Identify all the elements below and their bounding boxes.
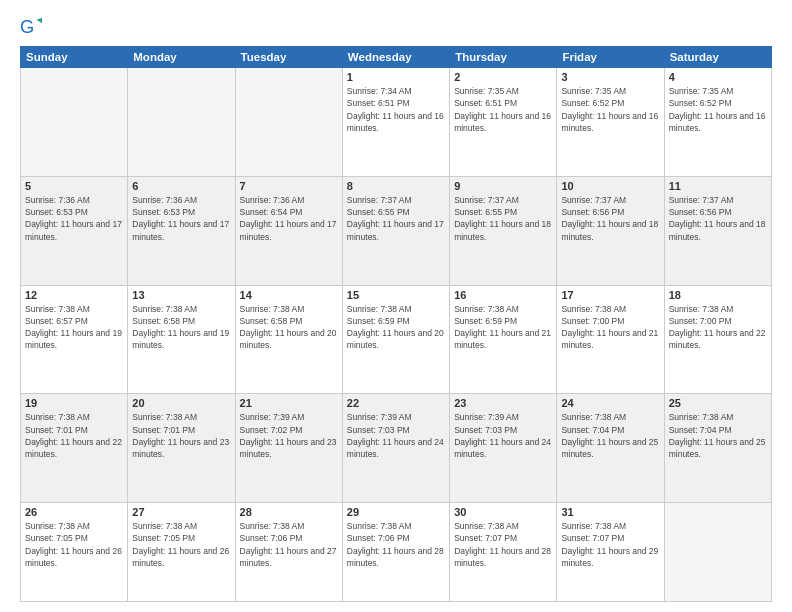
day-info: Sunrise: 7:35 AM Sunset: 6:52 PM Dayligh…	[669, 85, 767, 134]
calendar-header-row: SundayMondayTuesdayWednesdayThursdayFrid…	[21, 47, 772, 68]
calendar-day-cell: 14Sunrise: 7:38 AM Sunset: 6:58 PM Dayli…	[235, 285, 342, 394]
day-info: Sunrise: 7:38 AM Sunset: 7:01 PM Dayligh…	[132, 411, 230, 460]
day-number: 14	[240, 289, 338, 301]
calendar-day-cell: 25Sunrise: 7:38 AM Sunset: 7:04 PM Dayli…	[664, 394, 771, 503]
day-info: Sunrise: 7:38 AM Sunset: 7:07 PM Dayligh…	[454, 520, 552, 569]
calendar-header-tuesday: Tuesday	[235, 47, 342, 68]
calendar-day-cell: 16Sunrise: 7:38 AM Sunset: 6:59 PM Dayli…	[450, 285, 557, 394]
day-info: Sunrise: 7:38 AM Sunset: 6:59 PM Dayligh…	[347, 303, 445, 352]
day-number: 15	[347, 289, 445, 301]
day-number: 13	[132, 289, 230, 301]
calendar-day-cell: 10Sunrise: 7:37 AM Sunset: 6:56 PM Dayli…	[557, 176, 664, 285]
day-info: Sunrise: 7:38 AM Sunset: 7:05 PM Dayligh…	[25, 520, 123, 569]
day-number: 28	[240, 506, 338, 518]
day-number: 9	[454, 180, 552, 192]
day-info: Sunrise: 7:37 AM Sunset: 6:55 PM Dayligh…	[347, 194, 445, 243]
day-number: 17	[561, 289, 659, 301]
calendar-day-cell: 6Sunrise: 7:36 AM Sunset: 6:53 PM Daylig…	[128, 176, 235, 285]
day-info: Sunrise: 7:38 AM Sunset: 7:01 PM Dayligh…	[25, 411, 123, 460]
calendar-day-cell: 23Sunrise: 7:39 AM Sunset: 7:03 PM Dayli…	[450, 394, 557, 503]
calendar-day-cell	[664, 503, 771, 602]
day-number: 4	[669, 71, 767, 83]
calendar-week-row: 19Sunrise: 7:38 AM Sunset: 7:01 PM Dayli…	[21, 394, 772, 503]
calendar-day-cell: 2Sunrise: 7:35 AM Sunset: 6:51 PM Daylig…	[450, 68, 557, 177]
calendar-header-sunday: Sunday	[21, 47, 128, 68]
day-info: Sunrise: 7:39 AM Sunset: 7:03 PM Dayligh…	[347, 411, 445, 460]
calendar-day-cell	[21, 68, 128, 177]
calendar-day-cell: 1Sunrise: 7:34 AM Sunset: 6:51 PM Daylig…	[342, 68, 449, 177]
calendar-day-cell: 11Sunrise: 7:37 AM Sunset: 6:56 PM Dayli…	[664, 176, 771, 285]
day-info: Sunrise: 7:38 AM Sunset: 7:05 PM Dayligh…	[132, 520, 230, 569]
day-info: Sunrise: 7:36 AM Sunset: 6:53 PM Dayligh…	[132, 194, 230, 243]
calendar-day-cell	[235, 68, 342, 177]
calendar-day-cell: 28Sunrise: 7:38 AM Sunset: 7:06 PM Dayli…	[235, 503, 342, 602]
day-info: Sunrise: 7:38 AM Sunset: 7:04 PM Dayligh…	[669, 411, 767, 460]
calendar-day-cell: 7Sunrise: 7:36 AM Sunset: 6:54 PM Daylig…	[235, 176, 342, 285]
day-number: 23	[454, 397, 552, 409]
calendar-day-cell: 13Sunrise: 7:38 AM Sunset: 6:58 PM Dayli…	[128, 285, 235, 394]
day-info: Sunrise: 7:38 AM Sunset: 6:59 PM Dayligh…	[454, 303, 552, 352]
calendar-day-cell: 21Sunrise: 7:39 AM Sunset: 7:02 PM Dayli…	[235, 394, 342, 503]
calendar-day-cell: 17Sunrise: 7:38 AM Sunset: 7:00 PM Dayli…	[557, 285, 664, 394]
day-number: 5	[25, 180, 123, 192]
day-number: 27	[132, 506, 230, 518]
day-number: 18	[669, 289, 767, 301]
calendar-week-row: 5Sunrise: 7:36 AM Sunset: 6:53 PM Daylig…	[21, 176, 772, 285]
day-number: 25	[669, 397, 767, 409]
calendar-day-cell	[128, 68, 235, 177]
day-number: 6	[132, 180, 230, 192]
day-info: Sunrise: 7:34 AM Sunset: 6:51 PM Dayligh…	[347, 85, 445, 134]
day-number: 19	[25, 397, 123, 409]
day-info: Sunrise: 7:38 AM Sunset: 7:00 PM Dayligh…	[561, 303, 659, 352]
calendar-table: SundayMondayTuesdayWednesdayThursdayFrid…	[20, 46, 772, 602]
svg-marker-2	[37, 18, 43, 24]
day-number: 1	[347, 71, 445, 83]
calendar-day-cell: 29Sunrise: 7:38 AM Sunset: 7:06 PM Dayli…	[342, 503, 449, 602]
day-info: Sunrise: 7:39 AM Sunset: 7:03 PM Dayligh…	[454, 411, 552, 460]
day-number: 8	[347, 180, 445, 192]
day-info: Sunrise: 7:36 AM Sunset: 6:54 PM Dayligh…	[240, 194, 338, 243]
header: G	[20, 16, 772, 38]
day-number: 24	[561, 397, 659, 409]
day-info: Sunrise: 7:38 AM Sunset: 6:58 PM Dayligh…	[132, 303, 230, 352]
page: G SundayMondayTuesdayWednesdayThursdayFr…	[0, 0, 792, 612]
day-number: 16	[454, 289, 552, 301]
calendar-day-cell: 15Sunrise: 7:38 AM Sunset: 6:59 PM Dayli…	[342, 285, 449, 394]
day-info: Sunrise: 7:35 AM Sunset: 6:51 PM Dayligh…	[454, 85, 552, 134]
day-number: 2	[454, 71, 552, 83]
calendar-day-cell: 26Sunrise: 7:38 AM Sunset: 7:05 PM Dayli…	[21, 503, 128, 602]
calendar-header-saturday: Saturday	[664, 47, 771, 68]
calendar-week-row: 1Sunrise: 7:34 AM Sunset: 6:51 PM Daylig…	[21, 68, 772, 177]
calendar-day-cell: 19Sunrise: 7:38 AM Sunset: 7:01 PM Dayli…	[21, 394, 128, 503]
day-info: Sunrise: 7:38 AM Sunset: 7:07 PM Dayligh…	[561, 520, 659, 569]
calendar-day-cell: 31Sunrise: 7:38 AM Sunset: 7:07 PM Dayli…	[557, 503, 664, 602]
day-info: Sunrise: 7:39 AM Sunset: 7:02 PM Dayligh…	[240, 411, 338, 460]
calendar-day-cell: 22Sunrise: 7:39 AM Sunset: 7:03 PM Dayli…	[342, 394, 449, 503]
day-number: 10	[561, 180, 659, 192]
calendar-header-thursday: Thursday	[450, 47, 557, 68]
day-number: 7	[240, 180, 338, 192]
calendar-header-friday: Friday	[557, 47, 664, 68]
calendar-day-cell: 30Sunrise: 7:38 AM Sunset: 7:07 PM Dayli…	[450, 503, 557, 602]
calendar-day-cell: 18Sunrise: 7:38 AM Sunset: 7:00 PM Dayli…	[664, 285, 771, 394]
day-number: 26	[25, 506, 123, 518]
calendar-day-cell: 20Sunrise: 7:38 AM Sunset: 7:01 PM Dayli…	[128, 394, 235, 503]
day-info: Sunrise: 7:38 AM Sunset: 7:04 PM Dayligh…	[561, 411, 659, 460]
day-number: 31	[561, 506, 659, 518]
calendar-week-row: 12Sunrise: 7:38 AM Sunset: 6:57 PM Dayli…	[21, 285, 772, 394]
calendar-header-wednesday: Wednesday	[342, 47, 449, 68]
day-number: 30	[454, 506, 552, 518]
day-info: Sunrise: 7:38 AM Sunset: 6:57 PM Dayligh…	[25, 303, 123, 352]
day-info: Sunrise: 7:35 AM Sunset: 6:52 PM Dayligh…	[561, 85, 659, 134]
day-number: 29	[347, 506, 445, 518]
calendar-day-cell: 9Sunrise: 7:37 AM Sunset: 6:55 PM Daylig…	[450, 176, 557, 285]
svg-text:G: G	[20, 16, 34, 37]
calendar-day-cell: 4Sunrise: 7:35 AM Sunset: 6:52 PM Daylig…	[664, 68, 771, 177]
calendar-day-cell: 12Sunrise: 7:38 AM Sunset: 6:57 PM Dayli…	[21, 285, 128, 394]
calendar-day-cell: 27Sunrise: 7:38 AM Sunset: 7:05 PM Dayli…	[128, 503, 235, 602]
day-info: Sunrise: 7:38 AM Sunset: 6:58 PM Dayligh…	[240, 303, 338, 352]
day-info: Sunrise: 7:37 AM Sunset: 6:55 PM Dayligh…	[454, 194, 552, 243]
day-info: Sunrise: 7:36 AM Sunset: 6:53 PM Dayligh…	[25, 194, 123, 243]
day-info: Sunrise: 7:38 AM Sunset: 7:00 PM Dayligh…	[669, 303, 767, 352]
calendar-day-cell: 8Sunrise: 7:37 AM Sunset: 6:55 PM Daylig…	[342, 176, 449, 285]
